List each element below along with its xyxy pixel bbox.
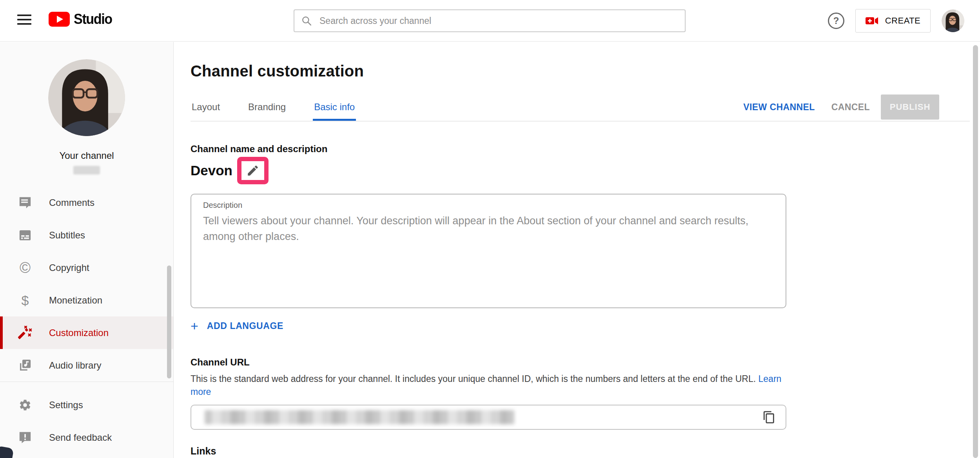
youtube-studio-logo[interactable]: Studio: [49, 11, 114, 27]
youtube-play-icon: [49, 12, 70, 27]
sidebar-item-customization[interactable]: Customization: [0, 316, 173, 349]
tab-basic-info[interactable]: Basic info: [313, 93, 356, 121]
add-language-button[interactable]: + ADD LANGUAGE: [191, 319, 283, 333]
dollar-icon: $: [18, 293, 33, 308]
channel-handle-redacted: [73, 166, 100, 174]
edit-name-button[interactable]: [237, 157, 269, 184]
sidebar-item-label: Audio library: [49, 360, 101, 371]
page-scrollbar[interactable]: [973, 45, 978, 458]
help-icon[interactable]: ?: [828, 13, 844, 29]
sidebar-item-label: Comments: [49, 197, 94, 208]
sidebar: Your channel Comments Subtitles © Cop: [0, 42, 174, 458]
channel-url-redacted: [205, 410, 514, 424]
sidebar-item-settings[interactable]: Settings: [0, 389, 173, 421]
channel-url-heading: Channel URL: [191, 357, 786, 368]
sidebar-item-monetization[interactable]: $ Monetization: [0, 284, 173, 316]
avatar-image: [48, 59, 125, 136]
description-label: Description: [203, 201, 774, 210]
youtube-studio-app: Studio ? CREATE: [0, 0, 980, 458]
sidebar-item-audio-library[interactable]: Audio library: [0, 349, 173, 382]
channel-url-description: This is the standard web address for you…: [191, 373, 786, 398]
studio-wordmark: Studio: [74, 11, 112, 27]
description-input[interactable]: [203, 213, 774, 297]
channel-avatar[interactable]: [48, 59, 125, 136]
sidebar-nav: Comments Subtitles © Copyright $ Monetiz…: [0, 186, 173, 382]
video-plus-icon: [866, 16, 879, 25]
tabs-row: Layout Branding Basic info VIEW CHANNEL …: [191, 93, 970, 122]
channel-url-field: [191, 405, 786, 430]
publish-button[interactable]: PUBLISH: [881, 95, 939, 120]
audio-library-icon: [18, 358, 33, 373]
channel-url-section: Channel URL This is the standard web add…: [191, 357, 786, 430]
topbar-right-cluster: ? CREATE: [828, 0, 964, 42]
magic-wand-icon: [18, 325, 33, 340]
subtitles-icon: [18, 228, 33, 243]
channel-search: [294, 9, 686, 32]
sidebar-item-label: Customization: [49, 327, 109, 338]
feedback-icon: [18, 430, 33, 445]
sidebar-item-label: Send feedback: [49, 432, 112, 443]
search-icon: [301, 16, 312, 26]
main-content: Channel customization Layout Branding Ba…: [174, 42, 980, 458]
name-description-heading: Channel name and description: [191, 144, 786, 154]
hamburger-menu-icon[interactable]: [17, 15, 31, 26]
channel-head: Your channel: [0, 42, 173, 186]
copy-icon: [762, 411, 776, 424]
copyright-icon: ©: [18, 260, 33, 275]
cancel-button[interactable]: CANCEL: [831, 102, 870, 113]
copy-url-button[interactable]: [761, 409, 777, 425]
sidebar-item-comments[interactable]: Comments: [0, 186, 173, 219]
topbar: Studio ? CREATE: [0, 0, 980, 42]
basic-info-content: Channel name and description Devon Descr…: [191, 144, 786, 457]
sidebar-scrollbar[interactable]: [167, 265, 171, 378]
tab-layout[interactable]: Layout: [191, 93, 221, 121]
sidebar-item-copyright[interactable]: © Copyright: [0, 251, 173, 284]
sidebar-item-subtitles[interactable]: Subtitles: [0, 219, 173, 251]
sidebar-item-label: Monetization: [49, 295, 102, 306]
comment-icon: [18, 195, 33, 210]
search-input[interactable]: [319, 16, 678, 26]
add-language-label: ADD LANGUAGE: [207, 321, 283, 331]
avatar-image: [942, 9, 964, 32]
tab-branding[interactable]: Branding: [247, 93, 287, 121]
sidebar-pinned-nav: Settings Send feedback: [0, 382, 173, 454]
header-actions: VIEW CHANNEL CANCEL PUBLISH: [743, 93, 939, 121]
channel-name-row: Devon: [191, 157, 786, 184]
sidebar-item-send-feedback[interactable]: Send feedback: [0, 421, 173, 454]
sidebar-item-label: Subtitles: [49, 230, 85, 241]
plus-icon: +: [191, 319, 198, 333]
sidebar-item-label: Copyright: [49, 262, 89, 273]
links-heading: Links: [191, 445, 786, 457]
create-button[interactable]: CREATE: [855, 9, 931, 33]
view-channel-button[interactable]: VIEW CHANNEL: [743, 102, 815, 113]
description-box: Description: [191, 194, 786, 308]
page-title: Channel customization: [191, 62, 980, 80]
pencil-icon: [246, 164, 260, 177]
channel-name: Devon: [191, 163, 232, 178]
your-channel-label: Your channel: [0, 150, 173, 161]
user-avatar[interactable]: [942, 9, 964, 32]
sidebar-item-label: Settings: [49, 400, 83, 411]
gear-icon: [18, 398, 33, 413]
